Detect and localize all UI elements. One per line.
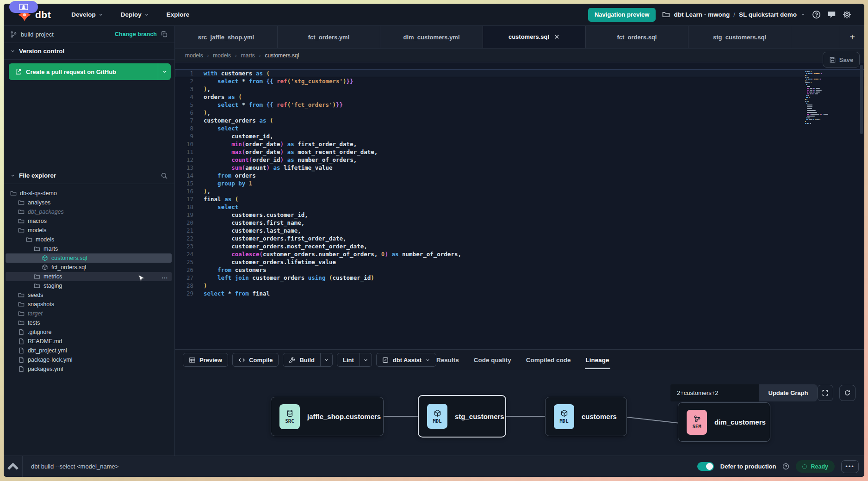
refresh-button[interactable] — [839, 385, 856, 401]
file-label: db-sl-qs-demo — [20, 190, 57, 197]
defer-toggle[interactable] — [697, 462, 714, 471]
code-line: 6), — [175, 109, 864, 117]
nav-deploy[interactable]: Deploy — [121, 11, 149, 18]
editor-minimap[interactable] — [805, 71, 833, 125]
file-tree-item-dbt-packages[interactable]: dbt_packages — [6, 207, 172, 216]
file-tree-item-metrics[interactable]: metrics... — [6, 272, 172, 281]
navigation-preview-button[interactable]: Navigation preview — [588, 8, 656, 22]
file-tree-item-db-sl-qs-demo[interactable]: db-sl-qs-demo — [6, 189, 172, 198]
fullscreen-button[interactable] — [817, 385, 833, 401]
action-main[interactable]: Preview — [183, 353, 228, 366]
preview-button[interactable]: Preview — [183, 353, 228, 367]
nav-develop[interactable]: Develop — [71, 11, 103, 18]
ready-status-badge[interactable]: Ready — [796, 460, 835, 473]
file-tree-item-dbt-project-yml[interactable]: dbt_project.yml — [6, 346, 172, 355]
folder-icon — [18, 218, 25, 224]
breadcrumb-segment[interactable]: customers.sql — [265, 52, 299, 59]
action-main[interactable]: dbt Assist — [377, 353, 436, 366]
file-tree-item-target[interactable]: target — [6, 309, 172, 318]
copy-icon[interactable] — [161, 31, 168, 38]
panel-tab-lineage[interactable]: Lineage — [586, 350, 609, 370]
breadcrumb-segment[interactable]: models — [185, 52, 203, 59]
command-input[interactable]: dbt build --select <model_name> — [22, 456, 697, 477]
lineage-canvas[interactable]: SRCjaffle_shop.customersMDLstg_customers… — [175, 370, 864, 456]
editor-tab-fct-orders-sql[interactable]: fct_orders.sql — [586, 26, 688, 48]
file-tree-item-analyses[interactable]: analyses — [6, 198, 172, 207]
file-tree-item-staging[interactable]: staging — [6, 281, 172, 290]
file-tree-item-models[interactable]: models — [6, 226, 172, 235]
update-graph-button[interactable]: Update Graph — [759, 384, 817, 401]
minimap-line — [805, 80, 833, 81]
panel-tab-results[interactable]: Results — [436, 350, 459, 370]
nav-explore[interactable]: Explore — [167, 11, 190, 18]
editor-tab-stg-customers-sql[interactable]: stg_customers.sql — [688, 26, 791, 48]
editor-tab-dim-customers-yml[interactable]: dim_customers.yml — [380, 26, 483, 48]
chevron-down-icon — [10, 173, 15, 178]
panel-tab-code-quality[interactable]: Code quality — [474, 350, 511, 370]
lineage-node-jaffle-shop-customers[interactable]: SRCjaffle_shop.customers — [271, 397, 384, 436]
file-tree-item-seeds[interactable]: seeds — [6, 290, 172, 300]
create-pr-button[interactable]: Create a pull request on GitHub — [9, 63, 171, 80]
lint-button[interactable]: Lint — [337, 353, 372, 367]
file-tree-item-fct-orders-sql[interactable]: fct_orders.sql — [6, 263, 172, 272]
code-text: customers.customer_id, — [193, 211, 308, 219]
file-tree-item-marts[interactable]: marts — [6, 244, 172, 253]
code-line: 3), — [175, 85, 864, 93]
account-breadcrumb[interactable]: dbt Learn - mwong / SL quickstart demo — [662, 11, 806, 18]
defer-help-icon[interactable] — [782, 463, 789, 470]
build-button[interactable]: Build — [283, 353, 333, 367]
file-tree-item-package-lock-yml[interactable]: package-lock.yml — [6, 355, 172, 364]
more-options-button[interactable]: ••• — [841, 460, 859, 473]
lineage-selector-input[interactable]: 2+customers+2 — [670, 384, 759, 401]
file-tree-item--gitignore[interactable]: .gitignore — [6, 327, 172, 337]
version-control-header[interactable]: Version control — [4, 43, 174, 60]
line-number: 14 — [175, 172, 193, 179]
code-text: select — [193, 124, 238, 132]
expand-command-bar-icon[interactable] — [4, 457, 22, 476]
code-line: 8 select — [175, 124, 864, 132]
compile-button[interactable]: Compile — [232, 353, 279, 367]
file-tree-item-packages-yml[interactable]: packages.yml — [6, 364, 172, 374]
code-text: min(order_date) as first_order_date, — [193, 140, 357, 148]
lineage-node-dim-customers[interactable]: SEMdim_customers — [678, 402, 770, 442]
breadcrumb-separator: › — [235, 53, 237, 58]
lineage-node-customers[interactable]: MDLcustomers — [545, 397, 627, 436]
search-icon[interactable] — [161, 172, 168, 179]
editor-scrollbar[interactable] — [860, 65, 863, 134]
folder-icon — [18, 292, 25, 298]
file-tree-item-macros[interactable]: macros — [6, 216, 172, 226]
action-caret[interactable] — [320, 353, 332, 366]
new-tab-button[interactable]: + — [840, 26, 864, 48]
help-icon[interactable] — [812, 10, 821, 19]
action-main[interactable]: Lint — [337, 353, 360, 366]
file-tree-item-tests[interactable]: tests — [6, 318, 172, 327]
change-branch-link[interactable]: Change branch — [115, 31, 157, 37]
file-explorer-header[interactable]: File explorer — [4, 167, 174, 184]
bottom-toolbar: PreviewCompileBuildLintdbt Assist Result… — [175, 349, 864, 370]
action-main[interactable]: Build — [283, 353, 320, 366]
lineage-node-stg-customers[interactable]: MDLstg_customers — [418, 395, 506, 438]
breadcrumb-segment[interactable]: models — [213, 52, 231, 59]
action-main[interactable]: Compile — [233, 353, 278, 366]
file-tree-item-customers-sql[interactable]: customers.sql — [6, 253, 172, 263]
save-button[interactable]: Save — [823, 52, 860, 68]
feedback-icon[interactable] — [827, 10, 836, 19]
line-number: 29 — [175, 290, 193, 297]
create-pr-caret[interactable] — [158, 63, 171, 80]
editor-tab-fct-orders-yml[interactable]: fct_orders.yml — [278, 26, 380, 48]
create-pr-main[interactable]: Create a pull request on GitHub — [9, 63, 158, 80]
editor-tab-src-jaffle-shop-yml[interactable]: src_jaffle_shop.yml — [175, 26, 278, 48]
dbt-assist-button[interactable]: dbt Assist — [376, 353, 436, 367]
action-caret[interactable] — [360, 353, 372, 366]
breadcrumb-segment[interactable]: marts — [241, 52, 255, 59]
panel-tab-compiled-code[interactable]: Compiled code — [526, 350, 571, 370]
tab-close-icon[interactable] — [554, 34, 560, 40]
file-label: staging — [43, 283, 62, 289]
code-editor[interactable]: 1with customers as (2 select * from {{ r… — [175, 62, 864, 349]
file-tree-item-models[interactable]: models — [6, 235, 172, 244]
row-more-icon[interactable]: ... — [162, 273, 168, 280]
editor-tab-customers-sql[interactable]: customers.sql — [483, 26, 586, 48]
file-tree-item-readme-md[interactable]: README.md — [6, 337, 172, 346]
file-tree-item-snapshots[interactable]: snapshots — [6, 300, 172, 309]
settings-gear-icon[interactable] — [843, 10, 851, 19]
